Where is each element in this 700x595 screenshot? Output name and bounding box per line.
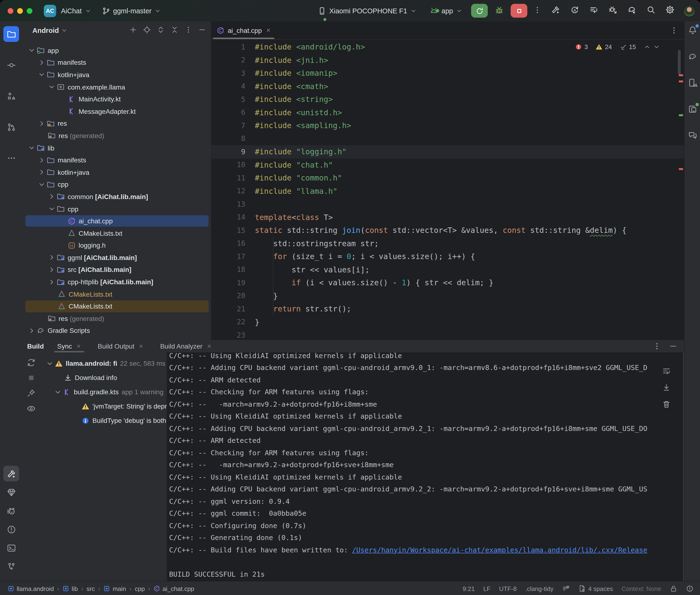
build-hammer-button[interactable] xyxy=(551,5,560,16)
code-line-12[interactable]: 12 #include "llama.h" xyxy=(211,185,684,198)
project-view-selector[interactable]: Android xyxy=(32,27,67,34)
status-formatter-off[interactable] xyxy=(562,585,570,592)
options-kebab-button[interactable] xyxy=(184,26,192,35)
close-window-button[interactable] xyxy=(8,8,13,13)
tree-item-cpp-httplib[interactable]: cpp-httplib [AiChat.lib.main] xyxy=(23,276,211,288)
soft-wrap-button[interactable] xyxy=(662,367,671,377)
code-line-3[interactable]: 3 #include <iomanip> xyxy=(211,67,684,80)
stop-square-button[interactable] xyxy=(27,373,36,384)
prev-problem-icon[interactable] xyxy=(644,43,651,51)
tree-item-cmakelists-txt[interactable]: CMakeLists.txt xyxy=(23,300,211,312)
tool-window-commit[interactable] xyxy=(3,57,19,73)
tree-item-kotlin-java[interactable]: kotlin+java xyxy=(23,166,211,178)
tree-item-app[interactable]: app xyxy=(23,44,211,56)
code-line-7[interactable]: 7 #include <sampling.h> xyxy=(211,119,684,132)
tool-window-running-devices[interactable] xyxy=(685,101,700,117)
tree-item-com-example-llama[interactable]: com.example.llama xyxy=(23,81,211,93)
tool-window-problems[interactable] xyxy=(3,521,19,537)
tree-item-cmakelists-txt[interactable]: CMakeLists.txt xyxy=(23,227,211,239)
chevron-down-icon[interactable] xyxy=(46,359,54,367)
apply-changes-button[interactable]: A xyxy=(570,5,579,16)
chevron-right-icon[interactable] xyxy=(48,266,56,274)
run-config-selector[interactable]: app xyxy=(429,6,463,16)
zoom-window-button[interactable] xyxy=(27,8,32,13)
chevron-down-icon[interactable] xyxy=(48,83,56,91)
tree-item-ai-chat-cpp[interactable]: C ai_chat.cpp xyxy=(23,215,211,227)
error-mark[interactable] xyxy=(679,74,683,76)
tree-item-common[interactable]: common [AiChat.lib.main] xyxy=(23,191,211,203)
code-line-5[interactable]: 5 #include <string> xyxy=(211,93,684,106)
close-tab-icon[interactable] xyxy=(138,343,144,349)
build-tab-build-output[interactable]: Build Output xyxy=(95,340,147,352)
build-tree-item[interactable]: BuildType 'debug' is both de xyxy=(23,413,167,428)
tool-window-terminal[interactable] xyxy=(3,540,19,556)
chevron-right-icon[interactable] xyxy=(38,168,46,176)
code-line-10[interactable]: 10 #include "chat.h" xyxy=(211,158,684,171)
console-scrollbar[interactable] xyxy=(683,352,684,581)
breadcrumb-item[interactable]: lib xyxy=(63,585,78,592)
chevron-right-icon[interactable] xyxy=(38,156,46,164)
next-problem-icon[interactable] xyxy=(653,43,660,51)
close-tab-icon[interactable] xyxy=(265,27,271,33)
status-context-none[interactable]: Context: None xyxy=(622,585,661,592)
clear-trash-button[interactable] xyxy=(662,400,671,410)
pin-button[interactable] xyxy=(27,389,36,399)
code-line-21[interactable]: 21 return str.str(); xyxy=(211,302,684,315)
close-tab-icon[interactable] xyxy=(206,343,212,349)
tree-item-messageadapter-kt[interactable]: MessageAdapter.kt xyxy=(23,105,211,117)
status-4-spaces[interactable]: 4 spaces xyxy=(578,585,613,592)
tree-item-cpp[interactable]: cpp xyxy=(23,203,211,215)
tree-item-cmakelists-txt[interactable]: CMakeLists.txt xyxy=(23,288,211,300)
apply-code-changes-button[interactable] xyxy=(589,5,598,16)
search-everywhere-button[interactable] xyxy=(646,5,655,16)
build-tree-item[interactable]: llama.android: fi 22 sec, 583 ms xyxy=(23,356,167,370)
tool-window-notifications[interactable] xyxy=(685,22,700,38)
chevron-down-icon[interactable] xyxy=(28,47,36,55)
code-line-23[interactable]: 23 xyxy=(211,329,684,340)
ok-mark[interactable] xyxy=(679,114,683,116)
breadcrumb-item[interactable]: src xyxy=(87,585,95,592)
chevron-right-icon[interactable] xyxy=(48,278,56,286)
chevron-right-icon[interactable] xyxy=(48,254,56,262)
code-line-11[interactable]: 11 #include "common.h" xyxy=(211,171,684,185)
editor-scrollbar[interactable] xyxy=(678,50,681,75)
chevron-right-icon[interactable] xyxy=(48,193,56,201)
device-selector[interactable]: Xiaomi POCOPHONE F1 xyxy=(318,6,417,15)
tree-item-ggml[interactable]: ggml [AiChat.lib.main] xyxy=(23,251,211,263)
tree-item-res[interactable]: res (generated) xyxy=(23,312,211,324)
chevron-right-icon[interactable] xyxy=(38,119,46,128)
status-unlock[interactable] xyxy=(670,585,677,592)
code-line-6[interactable]: 6 #include <unistd.h> xyxy=(211,106,684,119)
run-options-kebab[interactable] xyxy=(533,5,541,16)
tool-window-device-manager[interactable] xyxy=(685,75,700,90)
tool-window-logcat[interactable] xyxy=(3,503,19,518)
code-line-8[interactable]: 8 xyxy=(211,132,684,145)
build-tree-item[interactable]: build.gradle.kts app 1 warning xyxy=(23,385,167,399)
breadcrumb-item[interactable]: main xyxy=(104,585,126,592)
chevron-down-icon[interactable] xyxy=(48,205,56,213)
code-line-14[interactable]: 14 template<class T> xyxy=(211,211,684,224)
build-tab-sync[interactable]: Sync xyxy=(54,340,84,352)
expand-all-button[interactable] xyxy=(157,26,165,35)
tool-window-app-quality-insights[interactable] xyxy=(3,484,19,500)
code-line-18[interactable]: 18 str << values[i]; xyxy=(211,263,684,276)
tree-item-manifests[interactable]: manifests xyxy=(23,56,211,68)
status-lf[interactable]: LF xyxy=(483,585,491,592)
collapse-all-button[interactable] xyxy=(171,26,179,35)
chevron-down-icon[interactable] xyxy=(28,144,36,152)
branch-selector[interactable]: ggml-master xyxy=(102,6,161,15)
tool-window-pull-requests[interactable] xyxy=(3,119,19,135)
sync-gradle-button[interactable] xyxy=(627,5,636,16)
status-utf-8[interactable]: UTF-8 xyxy=(499,585,517,592)
tree-item-cpp[interactable]: cpp xyxy=(23,178,211,191)
console-link[interactable]: /Users/hanyin/Workspace/ai-chat/examples… xyxy=(352,546,647,554)
code-line-4[interactable]: 4 #include <cmath> xyxy=(211,80,684,93)
code-line-20[interactable]: 20 } xyxy=(211,289,684,302)
build-console[interactable]: C/C++: -- Using KleidiAI optimized kerne… xyxy=(167,352,684,581)
code-line-16[interactable]: 16 std::ostringstream str; xyxy=(211,237,684,250)
hide-build-panel-icon[interactable] xyxy=(669,342,677,350)
code-line-19[interactable]: 19 if (i < values.size() - 1) { str << d… xyxy=(211,276,684,289)
tree-item-res[interactable]: res xyxy=(23,117,211,130)
inspection-widget[interactable]: 3 24 15 xyxy=(575,43,660,51)
settings-button[interactable] xyxy=(666,5,674,16)
